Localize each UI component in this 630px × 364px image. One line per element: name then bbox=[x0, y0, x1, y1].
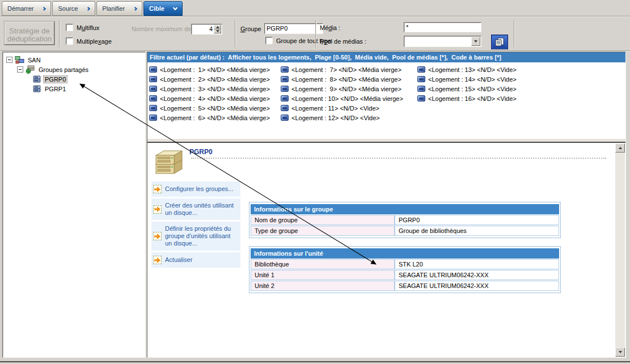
link-create-disk-devices[interactable]: Créer des unités utilisant un disque... bbox=[151, 198, 240, 220]
slot-item[interactable]: <Logement : 2> <N/D> <Média vierge> bbox=[149, 74, 270, 84]
groupe-label: Groupe bbox=[240, 26, 261, 32]
print-media-button[interactable] bbox=[491, 35, 508, 49]
group-info-table: Informations sur le groupe Nom de groupe… bbox=[249, 202, 561, 238]
slot-item[interactable]: <Logement : 5> <N/D> <Média vierge> bbox=[149, 103, 270, 113]
chevron-right-icon bbox=[86, 6, 90, 10]
spin-down-button[interactable] bbox=[214, 29, 221, 34]
tab-planifier[interactable]: Planifier bbox=[96, 1, 142, 16]
toolbar: Stratégie de déduplication Multiflux Mul… bbox=[0, 16, 630, 51]
tab-source[interactable]: Source bbox=[52, 1, 95, 16]
cassette-icon bbox=[149, 115, 157, 121]
spinner-buttons bbox=[214, 25, 221, 33]
link-refresh[interactable]: Actualiser bbox=[151, 252, 240, 268]
printer-icon bbox=[494, 37, 505, 46]
slot-item[interactable]: <Logement : 1> <N/D> <Média vierge> bbox=[149, 65, 270, 74]
link-configure-groups[interactable]: Configurer les groupes... bbox=[151, 181, 240, 197]
details-scrollbar[interactable] bbox=[615, 143, 625, 357]
up-arrow-icon bbox=[216, 26, 219, 28]
up-arrow-icon bbox=[619, 147, 622, 149]
tree-node-pgrp1[interactable]: PGRP1 bbox=[32, 84, 67, 94]
slot-item[interactable]: <Logement : 3> <N/D> <Média vierge> bbox=[149, 84, 270, 94]
slot-item[interactable]: <Logement : 11> <N/D> <Vide> bbox=[281, 103, 403, 113]
slot-item[interactable]: <Logement : 6> <N/D> <Média vierge> bbox=[149, 113, 270, 122]
tab-label: Démarrer bbox=[7, 5, 33, 12]
slot-item[interactable]: <Logement : 16> <N/D> <Vide> bbox=[417, 94, 517, 103]
cassette-icon bbox=[149, 95, 157, 101]
dedupe-strategy-label-line2: déduplication bbox=[7, 35, 52, 43]
cassette-icon bbox=[417, 95, 425, 101]
link-define-group-properties[interactable]: Définir les propriétés du groupe d'unité… bbox=[151, 222, 240, 251]
scroll-up-button[interactable] bbox=[615, 143, 625, 153]
slot-item[interactable]: <Logement : 13> <N/D> <Vide> bbox=[417, 65, 517, 74]
scroll-down-button[interactable] bbox=[615, 348, 625, 357]
table-row: Unité 2SEAGATE ULTRIUM06242-XXX bbox=[251, 281, 559, 291]
table-header: Informations sur le groupe bbox=[251, 204, 559, 214]
media-input[interactable]: * bbox=[404, 22, 481, 32]
dedupe-strategy-button[interactable]: Stratégie de déduplication bbox=[5, 22, 54, 45]
dropdown-button[interactable] bbox=[471, 37, 480, 46]
library-icon bbox=[32, 85, 41, 93]
panel-splitter[interactable] bbox=[147, 138, 625, 143]
max-flux-value: 4 bbox=[209, 26, 213, 32]
tree-node-label: PGRP1 bbox=[44, 86, 67, 92]
tab-label: Source bbox=[58, 5, 78, 12]
cassette-icon bbox=[149, 66, 157, 73]
multiplexage-row: Multiplexage bbox=[66, 37, 112, 45]
tree-node-label: SAN bbox=[27, 57, 42, 64]
slot-item[interactable]: <Logement : 7> <N/D> <Média vierge> bbox=[281, 65, 403, 74]
slot-item[interactable]: <Logement : 4> <N/D> <Média vierge> bbox=[149, 94, 270, 103]
down-arrow-icon bbox=[216, 30, 219, 32]
shared-groups-icon bbox=[26, 65, 35, 74]
cassette-icon bbox=[417, 86, 425, 92]
down-arrow-icon bbox=[619, 351, 622, 353]
library-device-icon bbox=[153, 147, 185, 176]
cassette-icon bbox=[149, 76, 157, 82]
tab-bar: Démarrer Source Planifier Cible bbox=[2, 1, 183, 16]
slot-item[interactable]: <Logement : 12> <N/D> <Vide> bbox=[281, 113, 403, 122]
pool-dropdown[interactable] bbox=[404, 36, 481, 47]
groupe-input[interactable]: PGRP0 bbox=[264, 23, 323, 34]
max-flux-spinner[interactable]: 4 bbox=[191, 24, 222, 35]
spin-up-button[interactable] bbox=[214, 25, 221, 29]
cassette-icon bbox=[281, 115, 289, 121]
media-value: * bbox=[406, 24, 408, 31]
slot-item[interactable]: <Logement : 9> <N/D> <Média vierge> bbox=[281, 84, 403, 94]
tab-demarrer[interactable]: Démarrer bbox=[2, 1, 51, 16]
orange-arrow-icon bbox=[153, 256, 162, 264]
slot-item[interactable]: <Logement : 8> <N/D> <Média vierge> bbox=[281, 74, 403, 84]
tree-node-pgrp0[interactable]: PGRP0 bbox=[32, 74, 67, 84]
title-separator bbox=[191, 158, 606, 159]
task-links: Configurer les groupes... Créer des unit… bbox=[151, 181, 240, 268]
slots-list: <Logement : 1> <N/D> <Média vierge> <Log… bbox=[147, 62, 625, 138]
cassette-icon bbox=[281, 95, 289, 101]
tree-node-label: Groupes partagés bbox=[37, 66, 90, 73]
collapse-icon[interactable] bbox=[17, 66, 23, 73]
tout-type-checkbox[interactable] bbox=[265, 37, 273, 44]
tab-cible[interactable]: Cible bbox=[143, 1, 183, 16]
cassette-icon bbox=[149, 86, 157, 92]
multiplexage-checkbox[interactable] bbox=[66, 37, 73, 45]
library-icon bbox=[32, 75, 41, 83]
orange-arrow-icon bbox=[153, 232, 162, 240]
chevron-right-icon bbox=[133, 6, 137, 10]
slot-column-3: <Logement : 13> <N/D> <Vide> <Logement :… bbox=[417, 65, 517, 103]
details-panel: PGRP0 Configurer les groupes... Créer de… bbox=[147, 143, 625, 357]
chevron-right-icon bbox=[42, 6, 46, 10]
down-arrow-icon bbox=[474, 40, 477, 43]
toolbar-separator bbox=[235, 20, 236, 47]
multiflux-checkbox[interactable] bbox=[66, 24, 73, 31]
slot-item[interactable]: <Logement : 15> <N/D> <Vide> bbox=[417, 84, 517, 94]
slot-item[interactable]: <Logement : 10> <N/D> <Média vierge> bbox=[281, 94, 403, 103]
tree-node-san[interactable]: SAN bbox=[6, 55, 42, 65]
collapse-icon[interactable] bbox=[6, 57, 12, 63]
table-row: Unité 1SEAGATE ULTRIUM06242-XXX bbox=[251, 270, 559, 280]
cassette-icon bbox=[281, 76, 289, 82]
multiflux-label: Multiflux bbox=[77, 24, 99, 31]
table-row: BibliothèqueSTK L20 bbox=[251, 259, 559, 269]
target-panel: Filtre actuel (par défaut) : Afficher to… bbox=[147, 52, 626, 358]
multiflux-row: Multiflux bbox=[66, 24, 99, 31]
slot-item[interactable]: <Logement : 14> <N/D> <Vide> bbox=[417, 74, 517, 84]
multiplexage-label: Multiplexage bbox=[77, 38, 112, 45]
tree-node-shared-groups[interactable]: Groupes partagés bbox=[17, 65, 90, 74]
tab-label: Planifier bbox=[102, 5, 125, 12]
